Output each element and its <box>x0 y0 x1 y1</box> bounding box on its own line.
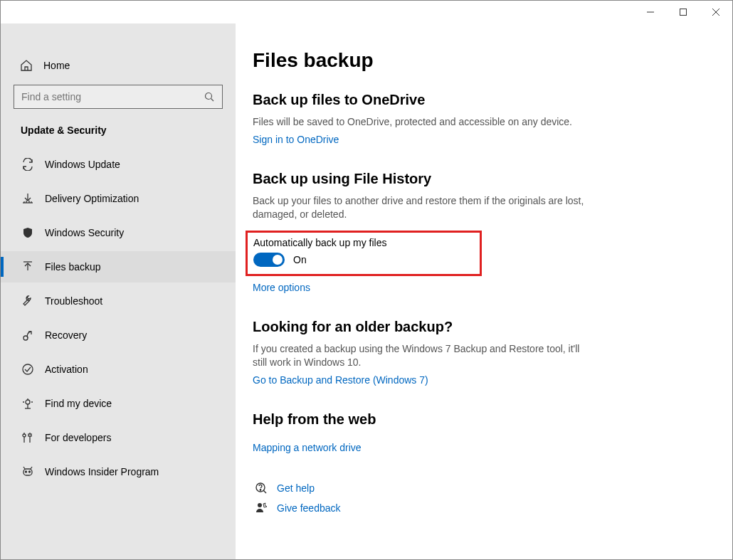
nav-label: For developers <box>45 432 111 443</box>
nav-label: Activation <box>45 364 88 375</box>
minimize-button[interactable] <box>634 1 667 23</box>
nav-label: Files backup <box>45 261 101 273</box>
back-button[interactable] <box>6 23 35 31</box>
search-box[interactable] <box>14 85 223 109</box>
nav-recovery[interactable]: Recovery <box>1 319 236 351</box>
nav-delivery-optimization[interactable]: Delivery Optimization <box>1 183 236 214</box>
nav-activation[interactable]: Activation <box>1 354 236 385</box>
page-title: Files backup <box>253 49 715 72</box>
filehistory-section: Back up using File History Back up your … <box>253 171 594 293</box>
nav-windows-security[interactable]: Windows Security <box>1 217 236 248</box>
location-icon <box>21 397 35 410</box>
svg-line-25 <box>31 467 32 469</box>
onedrive-section: Back up files to OneDrive Files will be … <box>253 92 594 145</box>
onedrive-desc: Files will be saved to OneDrive, protect… <box>253 115 594 130</box>
nav-home-label: Home <box>43 60 70 71</box>
nav-label: Delivery Optimization <box>45 193 139 204</box>
give-feedback-link[interactable]: Give feedback <box>277 502 341 514</box>
tools-icon <box>21 431 35 444</box>
svg-point-16 <box>26 400 30 404</box>
nav-label: Windows Insider Program <box>45 466 159 477</box>
main-content: Files backup Back up files to OneDrive F… <box>236 23 732 559</box>
onedrive-signin-link[interactable]: Sign in to OneDrive <box>253 134 339 145</box>
feedback-icon <box>253 502 270 514</box>
toggle-state: On <box>293 254 307 265</box>
nav-label: Windows Security <box>45 227 124 238</box>
upload-icon <box>21 260 35 273</box>
older-desc: If you created a backup using the Window… <box>253 342 594 370</box>
onedrive-title: Back up files to OneDrive <box>253 92 594 108</box>
svg-point-23 <box>29 471 31 472</box>
nav-troubleshoot[interactable]: Troubleshoot <box>1 285 236 317</box>
nav-windows-insider[interactable]: Windows Insider Program <box>1 456 236 487</box>
sync-icon <box>21 158 35 171</box>
nav-label: Troubleshoot <box>45 295 102 307</box>
help-title: Help from the web <box>253 411 594 428</box>
svg-rect-1 <box>680 9 687 16</box>
svg-line-5 <box>211 99 214 102</box>
svg-point-27 <box>260 490 260 490</box>
check-circle-icon <box>21 363 35 376</box>
svg-point-4 <box>206 93 212 100</box>
svg-point-18 <box>23 434 26 437</box>
search-input[interactable] <box>21 91 204 102</box>
nav-home[interactable]: Home <box>1 52 236 79</box>
get-help-link[interactable]: Get help <box>277 482 315 494</box>
close-button[interactable] <box>700 1 732 23</box>
download-icon <box>21 192 35 205</box>
filehistory-title: Back up using File History <box>253 171 594 187</box>
category-heading: Update & Security <box>1 119 236 149</box>
nav-find-my-device[interactable]: Find my device <box>1 388 236 419</box>
wrench-icon <box>21 295 35 307</box>
highlight-annotation: Automatically back up my files On <box>246 231 482 276</box>
toggle-label: Automatically back up my files <box>253 237 387 248</box>
auto-backup-toggle[interactable] <box>253 253 285 267</box>
titlebar <box>1 1 732 23</box>
help-icon <box>253 482 270 495</box>
nav-label: Find my device <box>45 398 112 409</box>
svg-rect-20 <box>28 434 31 436</box>
search-icon <box>204 92 215 102</box>
more-options-link[interactable]: More options <box>253 282 310 293</box>
help-section: Help from the web Mapping a network driv… <box>253 411 594 514</box>
nav-windows-update[interactable]: Windows Update <box>1 149 236 180</box>
older-title: Looking for an older backup? <box>253 319 594 335</box>
insider-icon <box>21 465 35 478</box>
shield-icon <box>21 226 35 239</box>
svg-point-22 <box>26 471 27 472</box>
svg-point-28 <box>258 503 262 507</box>
nav-label: Recovery <box>45 329 87 341</box>
svg-point-15 <box>23 364 33 374</box>
give-feedback-row[interactable]: Give feedback <box>253 502 594 514</box>
svg-line-24 <box>23 467 25 469</box>
nav-for-developers[interactable]: For developers <box>1 422 236 453</box>
maximize-button[interactable] <box>667 1 700 23</box>
filehistory-desc: Back up your files to another drive and … <box>253 194 594 222</box>
older-backup-section: Looking for an older backup? If you crea… <box>253 319 594 386</box>
home-icon <box>19 59 33 72</box>
svg-rect-21 <box>23 469 32 475</box>
nav-files-backup[interactable]: Files backup <box>1 251 236 282</box>
backup-restore-link[interactable]: Go to Backup and Restore (Windows 7) <box>253 374 428 386</box>
get-help-row[interactable]: Get help <box>253 482 594 495</box>
sidebar: Settings Home Update & Security Windows … <box>1 23 236 559</box>
mapping-drive-link[interactable]: Mapping a network drive <box>253 442 362 453</box>
recovery-icon <box>21 329 35 342</box>
nav-label: Windows Update <box>45 159 120 170</box>
